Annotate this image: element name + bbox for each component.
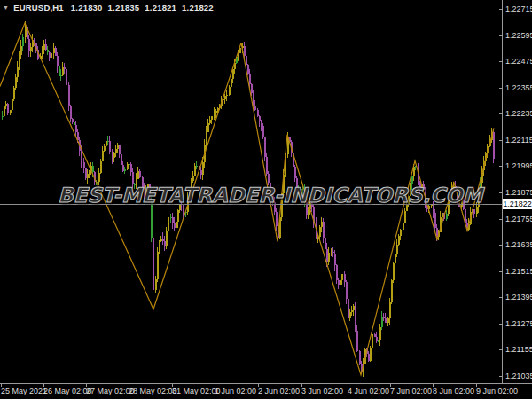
time-axis-label: 8 Jun 02:00 [433, 387, 474, 395]
candle-body [323, 222, 325, 238]
candle-body [389, 302, 391, 318]
candle-body [376, 337, 378, 341]
candle-body [251, 84, 253, 93]
candle-body [145, 190, 147, 193]
candle-body [119, 145, 121, 154]
candle-body [162, 239, 164, 241]
candle-body [262, 126, 264, 137]
candle-body [348, 299, 349, 318]
candle-body [47, 50, 49, 53]
candle-body [157, 252, 159, 278]
candle-body [206, 132, 207, 145]
candle-body [346, 282, 348, 299]
candle-body [355, 306, 356, 331]
candle-body [92, 166, 94, 172]
candle-body [142, 177, 144, 187]
candle-body [400, 230, 402, 236]
candle-body [115, 149, 117, 153]
candle-body [170, 217, 172, 218]
candle-body [372, 334, 373, 348]
candle-body [294, 167, 296, 179]
price-axis-label: 1.21275 [505, 319, 532, 328]
candle-body [446, 214, 448, 219]
candle-body [83, 162, 85, 168]
candle-body [59, 66, 60, 76]
chart-plot-area[interactable] [0, 0, 532, 399]
candle-body [176, 222, 177, 228]
candle-body [139, 171, 141, 177]
candle-body [112, 152, 113, 159]
candle-body [200, 170, 202, 175]
candle-body [183, 205, 184, 212]
candle-body [351, 310, 353, 312]
time-axis-label: 1 Jun 02:00 [215, 387, 256, 395]
candle-body [211, 116, 213, 120]
candle-body [28, 39, 30, 51]
price-axis-label: 1.21035 [505, 372, 532, 380]
candle-body [431, 205, 433, 206]
candle-body [81, 151, 82, 162]
price-axis-label: 1.21995 [505, 161, 532, 170]
candle-body [57, 56, 59, 66]
candle-body [410, 184, 411, 196]
price-axis-label: 1.22235 [505, 109, 532, 118]
candle-body [270, 183, 271, 189]
candle-body [370, 348, 372, 361]
price-axis-label: 1.21515 [505, 267, 532, 276]
candles-layer [2, 21, 495, 377]
candle-body [209, 120, 211, 123]
candle-body [12, 99, 13, 111]
candle-body [137, 171, 139, 178]
time-axis-label: 9 Jun 02:00 [476, 387, 518, 395]
candle-body [13, 88, 15, 99]
candle-body [42, 50, 43, 56]
candle-body [179, 204, 181, 210]
candle-body [155, 279, 157, 291]
price-axis-label: 1.21635 [505, 240, 532, 249]
candle-body [62, 67, 64, 75]
price-axis-label: 1.21155 [505, 345, 532, 354]
candle-body [117, 145, 119, 149]
candle-body [325, 238, 326, 249]
candle-body [106, 141, 107, 146]
candle-body [68, 85, 70, 106]
candle-body [160, 239, 162, 241]
candle-body [338, 280, 340, 285]
candle-body [51, 53, 52, 58]
candle-body [264, 137, 266, 157]
candle-body [10, 110, 12, 113]
candle-body [356, 331, 358, 351]
candle-body [64, 67, 66, 69]
price-axis-label: 1.22715 [505, 4, 532, 13]
candle-body [25, 27, 27, 38]
candle-body [321, 222, 323, 227]
candle-body [151, 200, 153, 238]
candle-body [434, 213, 436, 228]
candle-body [102, 151, 104, 161]
candle-body [168, 217, 169, 231]
quote-high: 1.21835 [108, 3, 140, 12]
candle-body [17, 67, 19, 77]
candle-body [55, 48, 57, 55]
candle-body [476, 207, 478, 214]
symbol-period-label: EURUSD,H1 [13, 3, 64, 12]
candle-body [249, 74, 251, 83]
price-axis-label: 1.21395 [505, 293, 532, 301]
candle-body [231, 79, 232, 87]
candle-body [378, 340, 379, 341]
time-axis-label: 27 May 02:00 [86, 387, 135, 395]
candle-body [196, 166, 198, 167]
chevron-down-icon[interactable]: ▼ [3, 4, 9, 11]
time-axis-label: 28 May 02:00 [129, 387, 177, 395]
candle-body [159, 241, 160, 252]
candle-body [100, 161, 102, 173]
candle-body [166, 231, 168, 246]
candle-body [276, 212, 278, 226]
mt4-chart-window: ▼ EURUSD,H1 1.21830 1.21835 1.21821 1.21… [0, 0, 532, 399]
candle-body [395, 254, 396, 263]
candle-body [442, 213, 443, 217]
price-axis-label: 1.21875 [505, 188, 532, 197]
candle-body [43, 44, 45, 50]
time-axis-label: 4 Jun 02:00 [348, 387, 389, 395]
candle-body [149, 184, 151, 200]
